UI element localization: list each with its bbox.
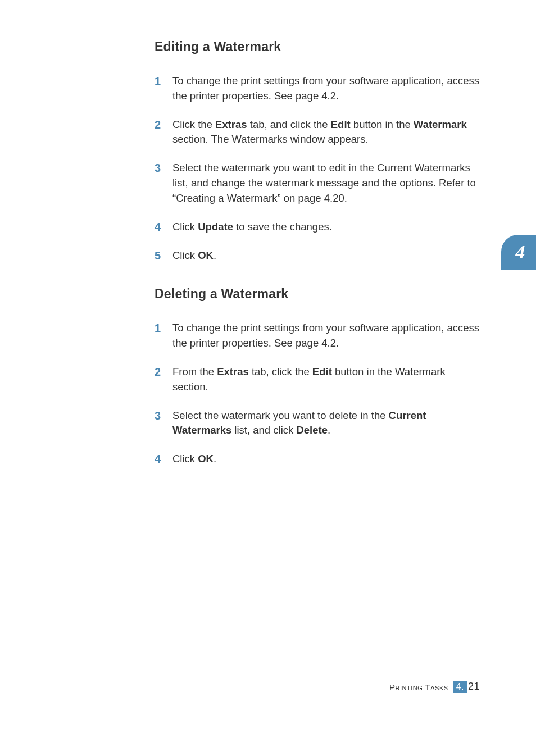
step-item: 3Select the watermark you want to delete… (155, 408, 480, 439)
step-number: 4 (155, 220, 172, 234)
step-item: 4Click Update to save the changes. (155, 220, 480, 235)
step-item: 2From the Extras tab, click the Edit but… (155, 365, 480, 395)
step-number: 2 (155, 117, 172, 132)
step-text: To change the print settings from your s… (172, 74, 480, 104)
section-heading: Deleting a Watermark (155, 286, 480, 302)
step-number: 1 (155, 321, 172, 335)
step-text: Click Update to save the changes. (172, 220, 480, 235)
step-item: 2Click the Extras tab, and click the Edi… (155, 117, 480, 148)
step-text: Click the Extras tab, and click the Edit… (172, 117, 480, 148)
chapter-side-tab: 4 (501, 235, 536, 270)
chapter-number: 4 (516, 242, 525, 263)
step-item: 1To change the print settings from your … (155, 321, 480, 351)
step-number: 5 (155, 248, 172, 263)
step-text: Click OK. (172, 452, 480, 467)
step-text: Select the watermark you want to edit in… (172, 161, 480, 206)
section-editing-watermark: Editing a Watermark 1To change the print… (155, 39, 480, 263)
step-text: Select the watermark you want to delete … (172, 408, 480, 439)
step-number: 3 (155, 161, 172, 175)
page-badge: 4. 21 (453, 681, 480, 693)
steps-list: 1To change the print settings from your … (155, 321, 480, 467)
step-item: 1To change the print settings from your … (155, 74, 480, 104)
step-item: 4Click OK. (155, 452, 480, 467)
page-footer: Printing Tasks 4. 21 (389, 681, 480, 693)
steps-list: 1To change the print settings from your … (155, 74, 480, 263)
step-text: To change the print settings from your s… (172, 321, 480, 351)
step-number: 1 (155, 74, 172, 88)
document-page: Editing a Watermark 1To change the print… (0, 0, 536, 756)
step-text: From the Extras tab, click the Edit butt… (172, 365, 480, 395)
step-number: 3 (155, 408, 172, 423)
step-number: 4 (155, 452, 172, 466)
step-number: 2 (155, 365, 172, 379)
step-text: Click OK. (172, 248, 480, 263)
step-item: 3Select the watermark you want to edit i… (155, 161, 480, 206)
section-deleting-watermark: Deleting a Watermark 1To change the prin… (155, 286, 480, 467)
footer-chapter: 4. (453, 681, 467, 693)
step-item: 5Click OK. (155, 248, 480, 263)
footer-page-number: 21 (468, 681, 480, 693)
section-heading: Editing a Watermark (155, 39, 480, 54)
footer-section-title: Printing Tasks (389, 682, 448, 692)
